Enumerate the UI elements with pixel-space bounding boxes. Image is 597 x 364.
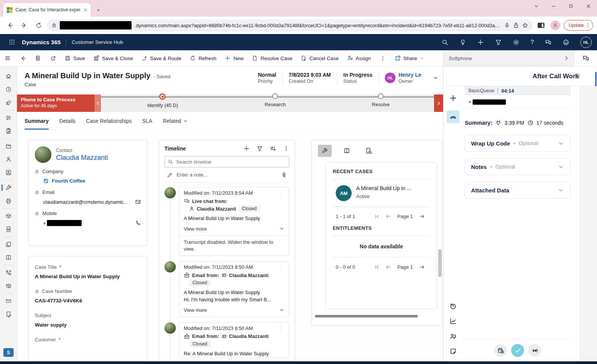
owner-link[interactable]: Henry Le	[399, 72, 421, 78]
view-more-link[interactable]: View more	[179, 222, 289, 235]
share-button[interactable]: Share	[391, 50, 428, 66]
conversations-icon[interactable]	[575, 50, 597, 66]
next-page-icon[interactable]	[419, 264, 425, 270]
feedback-chat-icon[interactable]	[545, 39, 552, 46]
sidebar-contacts-icon[interactable]	[0, 153, 17, 166]
attached-data-expander[interactable]: Attached Data	[465, 182, 571, 198]
assign-button[interactable]: Assign	[343, 50, 375, 66]
user-avatar[interactable]: HL	[580, 37, 592, 48]
new-tab-button[interactable]: +	[93, 5, 104, 15]
widget-settings-icon[interactable]	[574, 73, 580, 79]
entry-contact-link[interactable]: Claudia Mazzanti	[229, 273, 269, 278]
sidebar-pinned-icon[interactable]	[0, 96, 17, 109]
save-and-close-button[interactable]: Save & Close	[89, 50, 137, 66]
email-value[interactable]: claudiamazzanti@crmdemo.dynamic...	[43, 199, 127, 205]
back-nav-icon[interactable]	[15, 50, 30, 66]
entry-menu-icon[interactable]	[281, 265, 286, 270]
browser-update-button[interactable]: Update	[564, 20, 593, 31]
close-icon[interactable]	[580, 0, 597, 12]
sidebar-social-profiles-icon[interactable]	[0, 166, 17, 179]
lightbulb-icon[interactable]	[459, 39, 466, 46]
row-menu-icon[interactable]	[425, 185, 430, 191]
save-button[interactable]: Save	[60, 50, 89, 66]
call-history-icon[interactable]	[443, 302, 462, 310]
complete-acw-button[interactable]	[511, 344, 524, 357]
minimize-icon[interactable]	[545, 0, 562, 12]
address-bar[interactable]: .dynamics.com/main.aspx?appid=6685b74b-f…	[47, 19, 533, 31]
settings-gear-icon[interactable]	[513, 39, 519, 46]
tab-details[interactable]: Details	[59, 118, 76, 130]
knowledge-search-tool-icon[interactable]	[362, 145, 375, 157]
prev-page-icon[interactable]	[386, 264, 391, 270]
new-session-icon[interactable]	[447, 91, 459, 104]
tab-search-icon[interactable]	[527, 0, 545, 12]
tab-close-icon[interactable]	[83, 8, 88, 12]
help-icon[interactable]: ?	[530, 39, 534, 46]
recent-case-row[interactable]: AM A Mineral Build Up in ... Active	[333, 184, 430, 202]
knowledge-articles-tool-icon[interactable]	[340, 145, 354, 157]
stage-research[interactable]: Research	[265, 93, 286, 107]
process-scroll-left-icon[interactable]	[95, 94, 101, 112]
process-scroll-right-icon[interactable]	[434, 94, 443, 112]
next-page-icon[interactable]	[419, 214, 425, 219]
first-page-icon[interactable]	[374, 265, 380, 270]
notes-icon[interactable]	[443, 348, 462, 355]
stage-resolve[interactable]: Resolve	[372, 93, 390, 107]
form-list-icon[interactable]	[30, 50, 45, 66]
more-commands-icon[interactable]	[375, 50, 390, 66]
new-button[interactable]: New	[220, 50, 248, 66]
browser-tab[interactable]: Case: Case for Interactive experie	[3, 3, 91, 17]
popout-icon[interactable]	[45, 50, 60, 66]
timeline-search-input[interactable]	[176, 159, 286, 165]
share-icon[interactable]	[513, 22, 519, 28]
vertical-scrollbar-thumb[interactable]	[438, 249, 442, 277]
company-link[interactable]: Fourth Coffee	[52, 178, 85, 184]
forward-icon[interactable]	[18, 19, 30, 31]
stats-icon[interactable]	[443, 318, 462, 325]
sidebar-dashboards-icon[interactable]	[0, 111, 17, 124]
wrap-up-code-expander[interactable]: Wrap Up Code • Optional	[465, 135, 571, 152]
tab-case-relationships[interactable]: Case Relationships	[86, 118, 132, 130]
attach-icon[interactable]	[281, 172, 287, 178]
sidebar-accounts-icon[interactable]	[0, 139, 17, 153]
collapse-panel-icon[interactable]	[563, 55, 569, 61]
timeline-more-icon[interactable]	[283, 146, 289, 152]
sidebar-articles-icon[interactable]	[0, 251, 17, 264]
horizontal-scrollbar-thumb[interactable]	[315, 315, 418, 318]
timeline-sort-icon[interactable]	[270, 146, 276, 152]
maximize-icon[interactable]	[562, 0, 580, 12]
app-name[interactable]: Customer Service Hub	[71, 39, 123, 45]
sidebar-mail-merge-icon[interactable]	[0, 294, 17, 308]
prev-page-icon[interactable]	[386, 214, 391, 219]
reload-icon[interactable]	[33, 19, 45, 31]
site-map-icon[interactable]	[0, 50, 15, 66]
case-title-value[interactable]: A Mineral Build Up in Water Supply	[35, 274, 141, 279]
back-icon[interactable]	[4, 19, 16, 31]
contacts-icon[interactable]	[443, 333, 462, 340]
active-call-tab-icon[interactable]	[447, 110, 459, 123]
cancel-case-button[interactable]: Cancel Case	[296, 50, 343, 66]
sidebar-connections-icon[interactable]	[0, 266, 17, 279]
sidebar-recent-icon[interactable]	[0, 83, 17, 96]
favorite-star-icon[interactable]	[522, 22, 528, 28]
header-expand-icon[interactable]	[433, 75, 439, 81]
refresh-button[interactable]: Refresh	[186, 50, 220, 66]
sidebar-cases-icon[interactable]	[0, 181, 17, 194]
quick-create-icon[interactable]	[477, 39, 484, 46]
section-menu-icon[interactable]	[425, 226, 430, 231]
browser-profile-avatar[interactable]	[549, 19, 561, 31]
first-page-icon[interactable]	[374, 214, 380, 219]
entry-contact-link[interactable]: Claudia Mazzanti	[197, 206, 236, 212]
sidebar-home-icon[interactable]	[0, 70, 17, 83]
timeline-filter-icon[interactable]	[257, 146, 263, 152]
area-switcher-button[interactable]: S	[3, 348, 14, 357]
sidebar-queues-icon[interactable]	[0, 194, 17, 208]
save-and-route-button[interactable]: Save & Route	[137, 50, 186, 66]
call-phone-icon[interactable]	[135, 220, 141, 226]
mic-icon[interactable]	[504, 22, 510, 28]
timeline-search[interactable]	[164, 156, 289, 167]
sidebar-templates-icon[interactable]	[0, 238, 17, 251]
sidebar-activities-icon[interactable]	[0, 124, 17, 138]
stage-identify[interactable]: Identify (45 D)	[147, 93, 178, 108]
related-cases-tool-icon[interactable]	[318, 145, 332, 157]
